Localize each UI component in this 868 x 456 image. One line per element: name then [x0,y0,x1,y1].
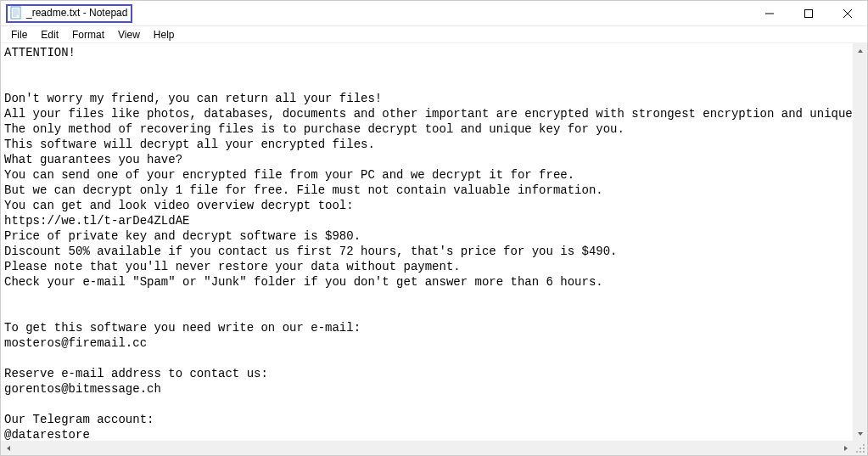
horizontal-scroll-track[interactable] [15,441,838,455]
svg-rect-7 [805,9,813,17]
scroll-down-button[interactable] [853,426,867,441]
svg-point-14 [863,444,865,446]
editor-wrap: ATTENTION! Don't worry my friend, you ca… [1,43,867,455]
scrollbar-corner [853,441,867,455]
vertical-scroll-track[interactable] [853,58,867,426]
resize-grip[interactable] [855,443,865,453]
svg-point-15 [860,448,861,449]
menu-format[interactable]: Format [65,27,111,42]
menu-help[interactable]: Help [147,27,182,42]
svg-point-17 [856,451,858,453]
svg-point-18 [860,451,861,453]
menu-view[interactable]: View [111,27,147,42]
close-button[interactable] [828,1,867,25]
vertical-scrollbar[interactable] [853,43,867,441]
scroll-up-button[interactable] [853,43,867,58]
menu-file[interactable]: File [4,27,34,42]
titlebar: _readme.txt - Notepad [1,1,867,26]
notepad-icon [9,6,23,20]
menu-edit[interactable]: Edit [34,27,65,42]
svg-marker-11 [858,432,863,436]
window-controls [750,1,867,25]
horizontal-scrollbar[interactable] [1,441,853,455]
maximize-button[interactable] [789,1,828,25]
window-title: _readme.txt - Notepad [26,7,127,19]
svg-marker-10 [858,49,863,53]
svg-marker-13 [844,446,848,451]
titlebar-left: _readme.txt - Notepad [1,1,132,25]
scroll-right-button[interactable] [838,441,853,455]
minimize-button[interactable] [750,1,789,25]
text-editor[interactable]: ATTENTION! Don't worry my friend, you ca… [1,43,853,441]
svg-marker-12 [7,446,10,451]
menubar: File Edit Format View Help [1,26,867,43]
title-highlight-box: _readme.txt - Notepad [6,4,132,23]
scroll-left-button[interactable] [1,441,15,455]
svg-point-16 [863,448,865,449]
svg-point-19 [863,451,865,453]
